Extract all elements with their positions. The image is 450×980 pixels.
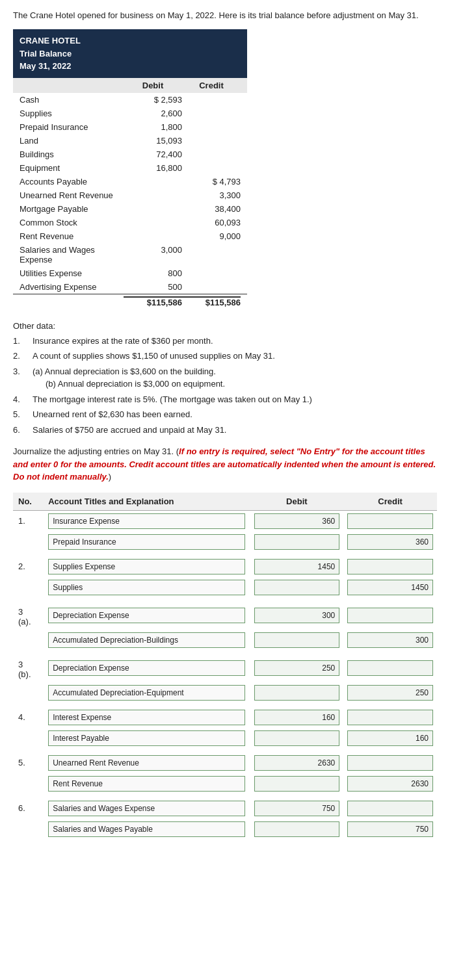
journal-debit-input[interactable] xyxy=(254,632,340,648)
tb-title: Trial Balance xyxy=(20,47,241,60)
journal-acct-input[interactable] xyxy=(48,685,245,701)
journal-acct-input[interactable] xyxy=(48,632,245,648)
tb-row-credit: $ 4,793 xyxy=(182,177,241,187)
tb-row-debit: 15,093 xyxy=(124,136,182,146)
tb-row: Cash $ 2,593 xyxy=(13,93,247,107)
journal-acct-input[interactable] xyxy=(48,730,245,746)
tb-row-credit: 9,000 xyxy=(182,231,241,241)
journal-credit-input[interactable] xyxy=(347,580,433,595)
journal-entry-row xyxy=(13,728,437,749)
tb-row-debit: 2,600 xyxy=(124,109,182,118)
journal-debit-input[interactable] xyxy=(254,730,340,746)
journal-acct-input[interactable] xyxy=(48,559,245,574)
tb-row-acct: Common Stock xyxy=(20,218,124,227)
journal-credit-input[interactable] xyxy=(347,821,433,837)
journal-debit-input[interactable] xyxy=(254,608,340,623)
journal-entry-acct-cell xyxy=(43,707,250,728)
tb-credit-header: Credit xyxy=(182,81,241,90)
journal-table: No. Account Titles and Explanation Debit… xyxy=(13,493,437,840)
journal-credit-input[interactable] xyxy=(347,776,433,792)
tb-row: Prepaid Insurance 1,800 xyxy=(13,120,247,134)
journal-credit-input[interactable] xyxy=(347,660,433,676)
journal-acct-input[interactable] xyxy=(48,513,245,529)
journal-credit-input[interactable] xyxy=(347,608,433,623)
journal-acct-input[interactable] xyxy=(48,580,245,595)
journal-credit-input[interactable] xyxy=(347,801,433,816)
journal-acct-input[interactable] xyxy=(48,821,245,837)
journal-entry-no xyxy=(13,577,43,598)
journal-credit-input[interactable] xyxy=(347,710,433,725)
tb-row-debit: 3,000 xyxy=(124,245,182,264)
tb-row-debit: 72,400 xyxy=(124,149,182,159)
tb-row: Accounts Payable $ 4,793 xyxy=(13,175,247,188)
journal-credit-input[interactable] xyxy=(347,685,433,701)
journal-debit-cell xyxy=(250,577,344,598)
journal-entry-row xyxy=(13,630,437,651)
tb-row: Unearned Rent Revenue 3,300 xyxy=(13,188,247,202)
tb-row-credit xyxy=(182,109,241,118)
journal-credit-cell xyxy=(343,577,437,598)
journal-credit-input[interactable] xyxy=(347,632,433,648)
tb-row: Advertising Expense 500 xyxy=(13,280,247,294)
journal-credit-input[interactable] xyxy=(347,559,433,574)
journal-debit-input[interactable] xyxy=(254,776,340,792)
journal-entry-row: 1. xyxy=(13,510,437,532)
journal-debit-input[interactable] xyxy=(254,801,340,816)
journal-entry-acct-cell xyxy=(43,819,250,840)
tb-row-debit xyxy=(124,190,182,200)
journal-entry-row: 3 (a). xyxy=(13,602,437,630)
journal-acct-input[interactable] xyxy=(48,608,245,623)
other-data-item: 3.(a) Annual depreciation is $3,600 on t… xyxy=(13,365,437,391)
journal-entry-acct-cell xyxy=(43,654,250,682)
journal-acct-input[interactable] xyxy=(48,801,245,816)
journal-debit-input[interactable] xyxy=(254,559,340,574)
other-data-item: 2.A count of supplies shows $1,150 of un… xyxy=(13,350,437,363)
tb-company: CRANE HOTEL xyxy=(20,34,241,47)
tb-row-debit: 16,800 xyxy=(124,163,182,173)
tb-row-acct: Equipment xyxy=(20,163,124,173)
journal-acct-input[interactable] xyxy=(48,710,245,725)
journal-entry-row xyxy=(13,532,437,552)
journal-acct-input[interactable] xyxy=(48,755,245,771)
trial-balance-container: CRANE HOTEL Trial Balance May 31, 2022 D… xyxy=(13,29,247,309)
journal-col-debit: Debit xyxy=(250,493,344,511)
journal-debit-input[interactable] xyxy=(254,513,340,529)
journal-debit-input[interactable] xyxy=(254,755,340,771)
journal-entry-acct-cell xyxy=(43,556,250,577)
journal-credit-input[interactable] xyxy=(347,513,433,529)
journal-debit-input[interactable] xyxy=(254,710,340,725)
instructions: Journalize the adjusting entries on May … xyxy=(13,445,437,484)
journal-acct-input[interactable] xyxy=(48,776,245,792)
tb-date: May 31, 2022 xyxy=(20,60,241,73)
journal-entry-no xyxy=(13,630,43,651)
tb-row-acct: Advertising Expense xyxy=(20,282,124,292)
tb-row-acct: Buildings xyxy=(20,149,124,159)
journal-debit-input[interactable] xyxy=(254,534,340,550)
tb-row: Equipment 16,800 xyxy=(13,161,247,175)
journal-credit-cell xyxy=(343,654,437,682)
journal-credit-input[interactable] xyxy=(347,534,433,550)
tb-row: Mortgage Payable 38,400 xyxy=(13,202,247,216)
tb-row-credit: 38,400 xyxy=(182,204,241,214)
journal-credit-input[interactable] xyxy=(347,755,433,771)
tb-row: Supplies 2,600 xyxy=(13,107,247,120)
tb-total-credit: $115,586 xyxy=(182,296,241,307)
journal-col-no: No. xyxy=(13,493,43,511)
journal-debit-cell xyxy=(250,510,344,532)
journal-entry-no: 4. xyxy=(13,707,43,728)
tb-row-acct: Prepaid Insurance xyxy=(20,122,124,132)
tb-row-acct: Utilities Expense xyxy=(20,268,124,278)
journal-acct-input[interactable] xyxy=(48,534,245,550)
journal-debit-input[interactable] xyxy=(254,821,340,837)
journal-credit-cell xyxy=(343,556,437,577)
journal-col-credit: Credit xyxy=(343,493,437,511)
journal-entry-row xyxy=(13,819,437,840)
journal-entry-acct-cell xyxy=(43,532,250,552)
journal-debit-cell xyxy=(250,682,344,703)
journal-debit-input[interactable] xyxy=(254,685,340,701)
journal-debit-input[interactable] xyxy=(254,580,340,595)
tb-row: Utilities Expense 800 xyxy=(13,266,247,280)
journal-debit-input[interactable] xyxy=(254,660,340,676)
journal-acct-input[interactable] xyxy=(48,660,245,676)
journal-credit-input[interactable] xyxy=(347,730,433,746)
